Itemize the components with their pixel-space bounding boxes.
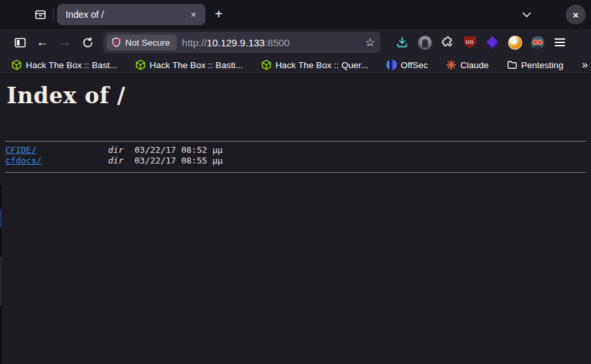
listing-row: CFIDE/dir03/22/17 08:52 μμ xyxy=(5,145,591,156)
divider-top xyxy=(5,141,586,142)
bookmark-item-htb-3[interactable]: Hack The Box :: Quer... xyxy=(259,58,370,71)
shield-slash-icon xyxy=(111,37,121,48)
address-bar[interactable]: Not Secure http://10.129.9.133:8500 ☆ xyxy=(103,32,380,53)
bookmark-item-claude[interactable]: Claude xyxy=(444,58,491,71)
tab-bar: Index of / × + × xyxy=(0,0,591,29)
bookmark-star-icon[interactable]: ☆ xyxy=(365,36,375,50)
bookmark-item-htb-1[interactable]: Hack The Box :: Bast... xyxy=(9,58,119,71)
screen-edge-artifact xyxy=(0,257,1,306)
offsec-sphere-icon xyxy=(386,60,397,70)
bookmark-label: Hack The Box :: Bast... xyxy=(26,60,117,70)
htb-cube-icon xyxy=(11,60,22,70)
folder-icon xyxy=(507,60,517,70)
ublock-origin-button[interactable]: UO xyxy=(462,35,477,50)
claude-starburst-icon xyxy=(446,60,457,70)
firefox-view-button[interactable] xyxy=(32,6,49,23)
list-all-tabs-chevron-icon[interactable] xyxy=(518,6,535,23)
toolbar-icons: UO xyxy=(395,35,567,50)
foxyproxy-button[interactable] xyxy=(508,35,522,50)
forward-button[interactable]: → xyxy=(56,33,74,52)
not-secure-label: Not Secure xyxy=(125,38,170,48)
bookmark-label: Pentesting xyxy=(521,60,564,70)
account-button[interactable] xyxy=(417,35,432,50)
dir-link-cfdocs[interactable]: cfdocs/ xyxy=(5,156,42,165)
downloads-button[interactable] xyxy=(395,35,409,50)
bookmark-label: Claude xyxy=(460,60,489,70)
orange-mascot-icon xyxy=(508,36,522,50)
app-menu-button[interactable] xyxy=(553,35,567,50)
back-button[interactable]: ← xyxy=(33,33,52,52)
navigation-toolbar: ← → Not Secure http://10.129.9.133:8500 … xyxy=(0,29,591,56)
download-icon xyxy=(396,36,409,49)
purple-gem-icon xyxy=(486,36,499,49)
entry-type: dir xyxy=(108,156,134,166)
bookmark-item-htb-2[interactable]: Hack The Box :: Basti... xyxy=(133,58,245,71)
bookmark-label: Hack The Box :: Basti... xyxy=(150,60,243,70)
htb-cube-icon xyxy=(261,60,272,70)
extensions-button[interactable] xyxy=(440,35,455,50)
ublock-shield-icon: UO xyxy=(464,36,476,49)
url-scheme: http:// xyxy=(182,37,207,48)
bookmark-item-offsec[interactable]: OffSec xyxy=(384,58,430,71)
window-close-button[interactable]: × xyxy=(566,5,586,24)
entry-modified: 03/22/17 08:55 μμ xyxy=(134,156,223,165)
archive-box-icon xyxy=(34,8,47,21)
page-title: Index of / xyxy=(7,83,591,109)
tab-separator xyxy=(53,8,54,21)
reload-icon xyxy=(82,37,93,48)
url-host: 10.129.9.133 xyxy=(207,37,265,48)
bookmarks-bar: Hack The Box :: Bast... Hack The Box :: … xyxy=(0,56,591,75)
profile-avatar xyxy=(418,36,432,50)
htb-cube-icon xyxy=(135,60,146,70)
bookmark-label: Hack The Box :: Quer... xyxy=(276,60,368,70)
sidebar-icon xyxy=(14,36,27,49)
browser-window: Index of / × + × ← → xyxy=(0,0,591,364)
hamburger-icon xyxy=(555,38,565,46)
bookmarks-overflow-chevron[interactable]: » xyxy=(579,59,590,71)
listing-row: cfdocs/dir03/22/17 08:55 μμ xyxy=(5,156,591,166)
sidebar-toggle-button[interactable] xyxy=(11,33,29,52)
ublock-label: UO xyxy=(466,39,474,45)
reload-button[interactable] xyxy=(78,33,97,52)
url-port: :8500 xyxy=(265,37,290,48)
screen-edge-artifact xyxy=(0,209,1,228)
hacktools-button[interactable] xyxy=(485,35,500,50)
not-secure-badge[interactable]: Not Secure xyxy=(107,34,177,50)
dir-link-cfide[interactable]: CFIDE/ xyxy=(5,145,36,155)
spy-extension-button[interactable] xyxy=(530,35,545,50)
tab-index-of[interactable]: Index of / × xyxy=(57,4,205,25)
entry-modified: 03/22/17 08:52 μμ xyxy=(134,145,223,155)
tab-title: Index of / xyxy=(66,9,187,20)
goggles-face-icon xyxy=(531,36,545,49)
puzzle-piece-icon xyxy=(441,36,454,49)
bookmark-folder-pentesting[interactable]: Pentesting xyxy=(505,58,566,71)
tab-close-icon[interactable]: × xyxy=(187,8,200,21)
url-text: http://10.129.9.133:8500 xyxy=(182,37,362,48)
bookmark-label: OffSec xyxy=(401,60,428,70)
divider-bottom xyxy=(5,172,586,173)
directory-listing: CFIDE/dir03/22/17 08:52 μμ cfdocs/dir03/… xyxy=(5,145,591,165)
page-content: Index of / CFIDE/dir03/22/17 08:52 μμ cf… xyxy=(0,75,591,363)
new-tab-button[interactable]: + xyxy=(210,6,227,23)
entry-type: dir xyxy=(108,145,134,156)
